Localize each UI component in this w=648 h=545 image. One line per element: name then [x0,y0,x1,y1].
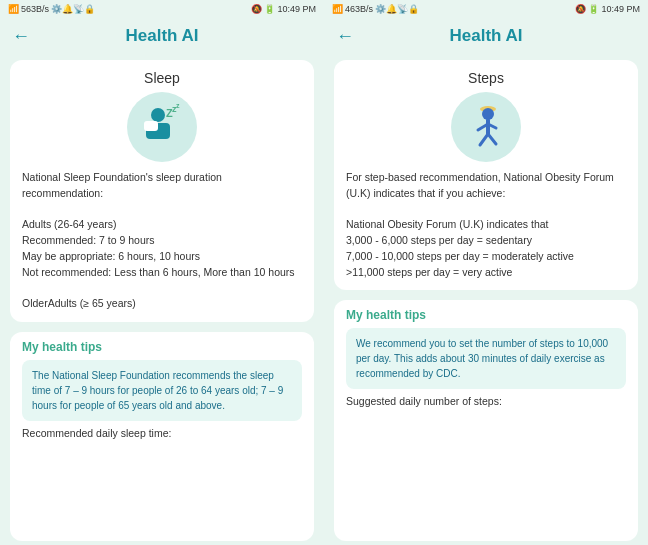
status-bar-right: 📶 463B/s ⚙️🔔📡🔒 🔕 🔋 10:49 PM [324,0,648,18]
sleep-card: Sleep Z z z National Sleep Foundation's … [10,60,314,322]
steps-card-title: Steps [346,70,626,86]
status-right-right: 🔕 🔋 10:49 PM [575,4,640,14]
speed-right: 463B/s [345,4,373,14]
sleep-tips-label: Recommended daily sleep time: [22,427,302,439]
battery-icon-left: 🔋 [264,4,275,14]
header-right: ← Health AI [324,18,648,54]
mute-icon-left: 🔕 [251,4,262,14]
steps-tips-section: My health tips We recommend you to set t… [334,300,638,541]
speed-left: 563B/s [21,4,49,14]
steps-intro: For step-based recommendation, National … [346,170,626,202]
steps-tips-title: My health tips [346,308,626,322]
steps-tips-box: We recommend you to set the number of st… [346,328,626,389]
sleep-tips-box: The National Sleep Foundation recommends… [22,360,302,421]
time-right: 10:49 PM [601,4,640,14]
header-left: ← Health AI [0,18,324,54]
status-right-left: 🔕 🔋 10:49 PM [251,4,316,14]
svg-text:z: z [176,102,180,109]
back-button-right[interactable]: ← [336,26,354,47]
steps-card: Steps For step-based recommendat [334,60,638,290]
steps-icon [460,101,512,153]
header-title-left: Health AI [125,26,198,46]
battery-icon-right: 🔋 [588,4,599,14]
time-left: 10:49 PM [277,4,316,14]
signal-icon: 📶 [8,4,19,14]
status-left-left: 📶 563B/s ⚙️🔔📡🔒 [8,4,95,14]
sleep-card-body: National Sleep Foundation's sleep durati… [22,170,302,312]
svg-line-12 [488,134,496,144]
sleep-tips-title: My health tips [22,340,302,354]
sleep-intro: National Sleep Foundation's sleep durati… [22,170,302,202]
steps-tips-label: Suggested daily number of steps: [346,395,626,407]
back-button-left[interactable]: ← [12,26,30,47]
right-panel: 📶 463B/s ⚙️🔔📡🔒 🔕 🔋 10:49 PM ← Health AI … [324,0,648,545]
sleep-card-title: Sleep [22,70,302,86]
steps-details: National Obesity Forum (U.K) indicates t… [346,217,626,280]
sleep-icon-circle: Z z z [127,92,197,162]
icons-left: ⚙️🔔📡🔒 [51,4,95,14]
svg-point-0 [151,108,165,122]
left-panel: 📶 563B/s ⚙️🔔📡🔒 🔕 🔋 10:49 PM ← Health AI … [0,0,324,545]
sleep-adults: Adults (26-64 years)Recommended: 7 to 9 … [22,217,302,280]
status-left-right: 📶 463B/s ⚙️🔔📡🔒 [332,4,419,14]
status-bar-left: 📶 563B/s ⚙️🔔📡🔒 🔕 🔋 10:49 PM [0,0,324,18]
steps-icon-circle [451,92,521,162]
sleep-tips-section: My health tips The National Sleep Founda… [10,332,314,541]
svg-line-11 [480,134,488,145]
icons-right: ⚙️🔔📡🔒 [375,4,419,14]
sleep-older: OlderAdults (≥ 65 years) [22,296,302,312]
sleep-icon: Z z z [136,101,188,153]
header-title-right: Health AI [449,26,522,46]
signal-icon-right: 📶 [332,4,343,14]
steps-card-body: For step-based recommendation, National … [346,170,626,280]
mute-icon-right: 🔕 [575,4,586,14]
svg-rect-2 [144,121,158,131]
